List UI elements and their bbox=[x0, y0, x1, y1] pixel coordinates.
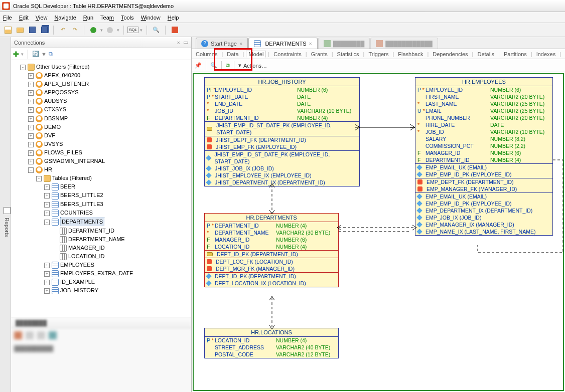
tree-user-hr[interactable]: HR bbox=[44, 166, 52, 172]
menu-window[interactable]: Window bbox=[141, 15, 161, 21]
menu-view[interactable]: View bbox=[36, 15, 48, 21]
tree-table[interactable]: ID_EXAMPLE bbox=[60, 279, 95, 285]
tree-column[interactable]: LOCATION_ID bbox=[68, 253, 105, 259]
filter-icon[interactable]: ▼ bbox=[41, 51, 47, 57]
subtab-triggers[interactable]: Triggers bbox=[366, 51, 390, 57]
table-icon bbox=[52, 210, 59, 217]
menu-team[interactable]: Team bbox=[100, 15, 114, 21]
subtab-partitions[interactable]: Partitions bbox=[502, 51, 529, 57]
redo-icon[interactable]: ↷ bbox=[70, 25, 80, 35]
nav-back-icon[interactable] bbox=[88, 25, 98, 35]
tree-toggle[interactable]: + bbox=[28, 125, 34, 130]
tree-other-users[interactable]: Other Users (Filtered) bbox=[36, 64, 89, 70]
connections-close-icon[interactable]: × bbox=[177, 40, 180, 46]
tree-column[interactable]: DEPARTMENT_ID bbox=[68, 228, 114, 234]
subtab-indexes[interactable]: Indexes bbox=[534, 51, 558, 57]
dropdown-icon[interactable]: ▾ bbox=[238, 62, 241, 69]
connections-minimize-icon[interactable]: ▭ bbox=[183, 39, 188, 46]
menu-help[interactable]: Help bbox=[168, 15, 179, 21]
sql-icon[interactable]: SQL bbox=[128, 25, 138, 35]
tree-user[interactable]: DVSYS bbox=[44, 141, 63, 147]
subtab-statistics[interactable]: Statistics bbox=[335, 51, 361, 57]
tab-ghost2[interactable]: ████████████ bbox=[370, 38, 438, 49]
user-icon bbox=[36, 107, 43, 114]
tree-toggle[interactable]: + bbox=[28, 142, 34, 147]
subtab-constraints[interactable]: Constraints bbox=[271, 51, 304, 57]
expand-icon[interactable]: ⧉ bbox=[49, 51, 53, 57]
subtab-flashback[interactable]: Flashback bbox=[396, 51, 425, 57]
entity-locations[interactable]: HR.LOCATIONS P *LOCATION_IDNUMBER (4)STR… bbox=[204, 328, 339, 358]
tree-user[interactable]: CTXSYS bbox=[44, 106, 66, 112]
tree-user[interactable]: DVF bbox=[44, 132, 55, 138]
tree-table[interactable]: EMPLOYEES_EXTRA_DATE bbox=[60, 270, 133, 276]
close-tab-icon[interactable]: × bbox=[239, 41, 242, 47]
entity-employees[interactable]: HR.EMPLOYEES P *EMPLOYEE_IDNUMBER (6)FIR… bbox=[415, 77, 553, 236]
reports-rail[interactable]: Reports bbox=[0, 37, 11, 392]
subtab-details[interactable]: Details bbox=[475, 51, 496, 57]
zoom-icon[interactable]: 🔍 bbox=[210, 62, 217, 69]
tree-toggle[interactable]: + bbox=[28, 133, 34, 139]
subtab-model[interactable]: Model bbox=[246, 51, 266, 58]
stop-icon[interactable] bbox=[170, 25, 180, 35]
tree-toggle[interactable]: + bbox=[28, 159, 34, 164]
entity-departments[interactable]: HR.DEPARTMENTS P *DEPARTMENT_IDNUMBER (4… bbox=[204, 213, 339, 287]
tree-user[interactable]: APEX_LISTENER bbox=[44, 81, 89, 87]
tree-column[interactable]: MANAGER_ID bbox=[68, 245, 105, 251]
open-icon[interactable] bbox=[15, 25, 25, 35]
tab-departments[interactable]: DEPARTMENTS× bbox=[248, 38, 318, 49]
tree-user[interactable]: GSMADMIN_INTERNAL bbox=[44, 158, 105, 164]
new-connection-icon[interactable]: ✚ bbox=[13, 50, 19, 58]
binoculars-icon[interactable]: 🔍 bbox=[151, 25, 161, 35]
tree-user[interactable]: APEX_040200 bbox=[44, 72, 80, 78]
tree-table[interactable]: JOB_HISTORY bbox=[60, 287, 98, 293]
tree-table[interactable]: EMPLOYEES bbox=[60, 262, 94, 268]
subtab-data[interactable]: Data bbox=[225, 51, 240, 57]
connections-tree[interactable]: -Other Users (Filtered) +APEX_040200+APE… bbox=[11, 60, 191, 317]
tree-toggle[interactable]: + bbox=[28, 73, 34, 79]
tab-start-page[interactable]: ?Start Page× bbox=[196, 38, 248, 49]
subtab-dependencies[interactable]: Dependencies bbox=[431, 51, 470, 57]
tree-table[interactable]: BEER bbox=[60, 183, 75, 189]
tree-user[interactable]: AUDSYS bbox=[44, 98, 67, 104]
pin-icon[interactable]: 📌 bbox=[195, 62, 202, 69]
tree-user[interactable]: DBSNMP bbox=[44, 115, 68, 121]
tree-table-selected[interactable]: DEPARTMENTS bbox=[60, 217, 104, 226]
tree-toggle[interactable]: + bbox=[28, 90, 34, 96]
tree-table[interactable]: BEERS_LITTLE2 bbox=[60, 192, 103, 198]
tree-toggle[interactable]: + bbox=[28, 82, 34, 87]
tree-column[interactable]: DEPARTMENT_NAME bbox=[68, 236, 125, 242]
menu-edit[interactable]: Edit bbox=[19, 15, 29, 21]
close-tab-icon[interactable]: × bbox=[309, 41, 312, 47]
menu-tools[interactable]: Tools bbox=[121, 15, 134, 21]
tree-toggle[interactable]: + bbox=[28, 99, 34, 104]
tree-table[interactable]: BEERS_LITTLE3 bbox=[60, 201, 103, 207]
undo-icon[interactable]: ↶ bbox=[58, 25, 68, 35]
menu-navigate[interactable]: Navigate bbox=[54, 15, 76, 21]
tree-toggle[interactable]: + bbox=[28, 150, 34, 156]
subtab-sql[interactable]: SQL bbox=[563, 51, 565, 57]
tree-toggle[interactable]: + bbox=[28, 107, 34, 113]
nav-fwd-icon[interactable] bbox=[105, 25, 115, 35]
new-icon[interactable] bbox=[3, 25, 13, 35]
subtab-grants[interactable]: Grants bbox=[309, 51, 330, 57]
tree-user[interactable]: APPQOSSYS bbox=[44, 89, 78, 95]
tab-ghost1[interactable]: ████████ bbox=[318, 38, 370, 49]
tree-toggle[interactable]: + bbox=[28, 116, 34, 122]
actions-link[interactable]: Actions… bbox=[243, 63, 267, 69]
tree-table[interactable]: COUNTRIES bbox=[60, 210, 93, 216]
save-icon[interactable] bbox=[27, 25, 37, 35]
tree-toggle[interactable]: - bbox=[20, 65, 26, 70]
subtab-columns[interactable]: Columns bbox=[194, 51, 219, 57]
menu-file[interactable]: File bbox=[3, 15, 12, 21]
saveall-icon[interactable] bbox=[39, 25, 49, 35]
model-canvas[interactable]: HR.JOB_HISTORY PF*EMPLOYEE_IDNUMBER (6)P… bbox=[192, 72, 565, 392]
help-icon: ? bbox=[201, 40, 208, 47]
table-icon bbox=[52, 262, 59, 269]
diagram-icon[interactable]: ⧉ bbox=[226, 62, 230, 69]
tree-tables[interactable]: Tables (Filtered) bbox=[52, 175, 92, 181]
tree-user[interactable]: FLOWS_FILES bbox=[44, 149, 82, 155]
menu-run[interactable]: Run bbox=[83, 15, 93, 21]
tree-user[interactable]: DEMO bbox=[44, 124, 61, 130]
refresh-tree-icon[interactable]: 🔄 bbox=[32, 51, 39, 57]
entity-job-history[interactable]: HR.JOB_HISTORY PF*EMPLOYEE_IDNUMBER (6)P… bbox=[204, 77, 360, 186]
